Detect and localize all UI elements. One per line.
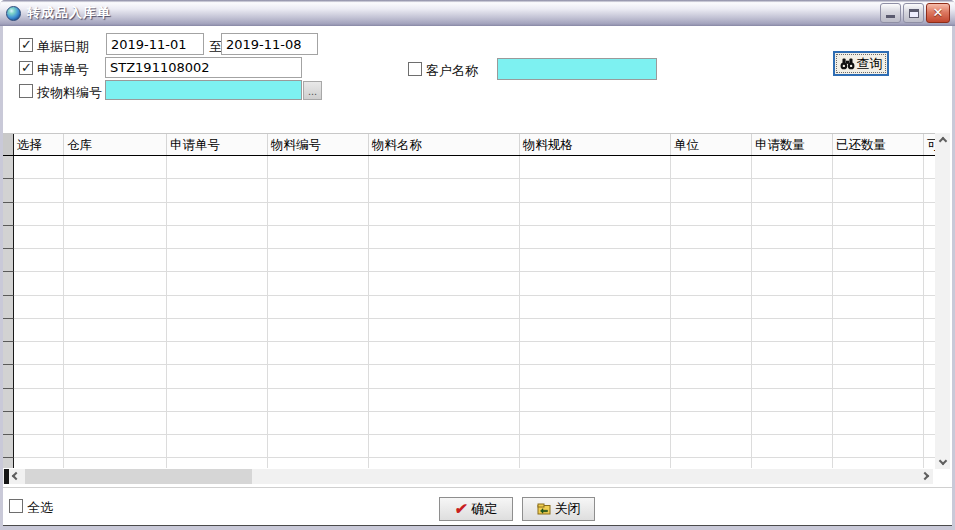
vertical-scrollbar[interactable] (935, 133, 950, 469)
table-row[interactable] (3, 226, 935, 249)
results-table: 选择仓库申请单号物料编号物料名称物料规格单位申请数量已还数量可转 (3, 133, 935, 468)
date-checkbox-label: 单据日期 (37, 38, 89, 56)
close-button[interactable]: ✕ (926, 3, 950, 23)
table-cell (924, 458, 935, 468)
scroll-left-icon[interactable] (13, 473, 19, 479)
material-checkbox-label: 按物料编号 (37, 84, 102, 102)
table-row[interactable] (3, 435, 935, 458)
table-cell (268, 365, 369, 388)
scroll-right-icon[interactable] (922, 473, 928, 479)
table-cell (167, 179, 268, 202)
query-button-label: 查询 (857, 55, 883, 73)
table-row[interactable] (3, 342, 935, 365)
minimize-button[interactable] (880, 3, 901, 23)
horizontal-scrollbar[interactable] (3, 469, 933, 484)
material-browse-button[interactable]: ... (303, 81, 322, 100)
scroll-down-icon[interactable] (938, 457, 946, 465)
column-header[interactable]: 单位 (671, 134, 752, 155)
customer-checkbox[interactable] (408, 62, 422, 76)
table-cell (167, 342, 268, 365)
table-cell (924, 412, 935, 435)
table-row[interactable] (3, 272, 935, 295)
table-cell (520, 249, 671, 272)
table-cell (167, 272, 268, 295)
table-cell (268, 342, 369, 365)
date-from-input[interactable] (106, 33, 204, 55)
scroll-up-icon[interactable] (938, 137, 946, 145)
table-row[interactable] (3, 412, 935, 435)
table-cell (14, 179, 64, 202)
row-indicator (3, 412, 14, 435)
column-header[interactable]: 已还数量 (833, 134, 924, 155)
table-cell (268, 412, 369, 435)
table-row[interactable] (3, 365, 935, 388)
table-cell (14, 365, 64, 388)
table-cell (520, 156, 671, 179)
table-row[interactable] (3, 389, 935, 412)
material-input[interactable] (105, 80, 302, 100)
table-cell (520, 319, 671, 342)
ok-button[interactable]: ✔ 确定 (439, 497, 513, 521)
table-cell (752, 342, 833, 365)
table-cell (924, 203, 935, 226)
table-cell (520, 226, 671, 249)
column-header[interactable]: 仓库 (64, 134, 167, 155)
table-cell (167, 319, 268, 342)
app-icon (6, 6, 21, 21)
table-cell (833, 179, 924, 202)
table-cell (924, 342, 935, 365)
table-row[interactable] (3, 296, 935, 319)
request-no-checkbox[interactable] (19, 61, 33, 75)
table-cell (833, 412, 924, 435)
customer-input[interactable] (497, 58, 657, 80)
table-row[interactable] (3, 458, 935, 468)
close-form-button[interactable]: 关闭 (522, 497, 595, 521)
date-checkbox[interactable] (19, 38, 33, 52)
column-header[interactable]: 物料规格 (520, 134, 671, 155)
table-cell (752, 458, 833, 468)
column-header[interactable]: 可转 (924, 134, 935, 155)
table-cell (167, 389, 268, 412)
table-row[interactable] (3, 249, 935, 272)
table-cell (369, 365, 520, 388)
query-button[interactable]: 查询 (833, 51, 889, 76)
table-cell (833, 319, 924, 342)
column-header[interactable]: 物料编号 (268, 134, 369, 155)
date-to-input[interactable] (221, 33, 318, 55)
table-cell (14, 296, 64, 319)
column-header[interactable]: 申请单号 (167, 134, 268, 155)
table-cell (924, 389, 935, 412)
table-cell (671, 389, 752, 412)
table-cell (752, 365, 833, 388)
table-cell (268, 272, 369, 295)
maximize-button[interactable] (903, 3, 924, 23)
row-indicator (3, 249, 14, 272)
table-cell (369, 249, 520, 272)
horizontal-scroll-thumb[interactable] (25, 469, 252, 484)
table-row[interactable] (3, 156, 935, 179)
row-indicator (3, 435, 14, 458)
table-cell (268, 203, 369, 226)
request-no-input[interactable] (105, 57, 302, 78)
row-indicator (3, 226, 14, 249)
row-indicator (3, 296, 14, 319)
column-header[interactable]: 申请数量 (752, 134, 833, 155)
row-indicator (3, 203, 14, 226)
table-row[interactable] (3, 179, 935, 202)
close-form-button-label: 关闭 (555, 500, 581, 518)
select-all-checkbox[interactable] (9, 499, 23, 513)
titlebar-buttons: ✕ (880, 3, 950, 23)
column-header[interactable]: 选择 (14, 134, 64, 155)
table-cell (14, 156, 64, 179)
material-checkbox[interactable] (19, 84, 33, 98)
table-cell (833, 249, 924, 272)
table-cell (64, 179, 167, 202)
table-cell (167, 296, 268, 319)
column-header[interactable]: 物料名称 (369, 134, 520, 155)
table-row[interactable] (3, 319, 935, 342)
table-row[interactable] (3, 203, 935, 226)
table-cell (752, 249, 833, 272)
table-cell (671, 319, 752, 342)
grid-splitter-handle[interactable] (4, 469, 9, 484)
table-cell (752, 156, 833, 179)
